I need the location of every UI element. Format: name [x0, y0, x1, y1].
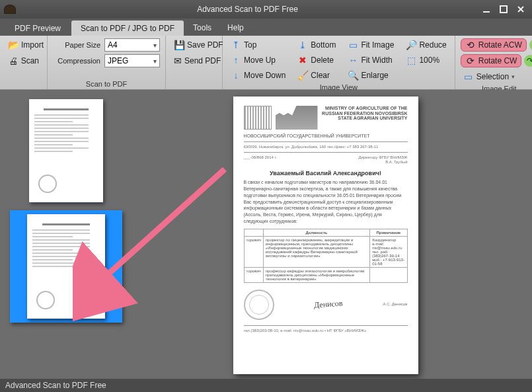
ribbon-group-io: 📂 Import 🖨 Scan — [0, 36, 48, 89]
statusbar: Advanced Scan to PDF Free — [0, 379, 532, 392]
group-label-scan: Scan to PDF — [53, 80, 160, 88]
thumbnail-2-selected[interactable] — [10, 210, 122, 323]
enlarge-label: Enlarge — [361, 71, 388, 80]
fit-image-label: Fit Image — [361, 40, 394, 50]
app-icon — [4, 5, 16, 14]
doc-salutation: Уважаемый Василий Александрович! — [244, 170, 408, 176]
tab-scan-to-pdf[interactable]: Scan to PDF / JPG to PDF — [71, 20, 184, 36]
rotate-acw-button[interactable]: ⟲ Rotate ACW — [461, 38, 527, 52]
signatory: А.С. Денисов — [383, 302, 408, 307]
th-0 — [244, 229, 263, 236]
scan-icon: 🖨 — [8, 56, 19, 66]
up-icon: ↑ — [231, 55, 241, 65]
compression-label: Compression — [53, 57, 100, 65]
clear-icon: 🧹 — [297, 70, 308, 81]
down-icon: ↓ — [231, 70, 241, 81]
clear-button[interactable]: 🧹Clear — [295, 69, 338, 82]
status-text: Advanced Scan to PDF Free — [5, 381, 106, 390]
hundred-button[interactable]: ⬚100% — [403, 54, 449, 67]
table-row: торович проректор по лицензированию, акк… — [244, 236, 407, 267]
top-button[interactable]: ⤒Top — [228, 38, 288, 52]
selection-label: Selection — [476, 72, 509, 81]
maximize-button[interactable] — [496, 4, 511, 15]
table-row: торович профессор кафедры эпизоотологии … — [244, 267, 407, 282]
chevron-down-icon: ▾ — [153, 42, 157, 49]
doc-contact: 630039, Новосибирск, ул. Добролюбова, 16… — [244, 145, 408, 149]
doc-addressee: Директору ФГБУ ВНИИЗЖ В.А. Грубый — [359, 155, 408, 165]
undo-button[interactable]: ↶ — [529, 39, 532, 51]
minimize-button[interactable] — [479, 4, 494, 15]
menu-help[interactable]: Help — [219, 20, 252, 36]
signature: Денисов — [314, 299, 343, 311]
ribbon-group-scan-settings: Paper Size A4 ▾ Compression JPEG ▾ Scan … — [48, 36, 166, 89]
hundred-icon: ⬚ — [406, 55, 416, 65]
top-label: Top — [244, 40, 256, 50]
clear-label: Clear — [311, 71, 330, 80]
ribbon-group-output: 💾 Save PDF ✉ Send PDF — [166, 36, 223, 89]
compression-combo[interactable]: JPEG ▾ — [104, 54, 160, 67]
enlarge-button[interactable]: 🔍Enlarge — [345, 69, 397, 82]
fit-image-icon: ▭ — [348, 40, 358, 50]
move-down-label: Move Down — [244, 71, 285, 80]
redo-button[interactable]: ↷ — [524, 55, 532, 67]
import-button[interactable]: 📂 Import — [5, 38, 42, 52]
th-2: Примечание — [370, 229, 407, 236]
enlarge-icon: 🔍 — [348, 70, 358, 81]
menu-tools[interactable]: Tools — [185, 20, 219, 36]
import-icon: 📂 — [8, 40, 19, 50]
send-pdf-button[interactable]: ✉ Send PDF — [171, 54, 217, 67]
fit-image-button[interactable]: ▭Fit Image — [345, 38, 397, 52]
paper-size-label: Paper Size — [53, 41, 100, 49]
thumbnail-1[interactable] — [29, 99, 103, 202]
compression-value: JPEG — [108, 56, 128, 65]
top-icon: ⤒ — [231, 40, 241, 50]
page-preview[interactable]: MINISTRY OF AGRICULTURE OF THE RUSSIAN F… — [233, 97, 418, 374]
doc-table: Должность Примечание торович проректор п… — [244, 229, 408, 283]
ribbon: 📂 Import 🖨 Scan Paper Size A4 ▾ Compress… — [0, 36, 532, 90]
move-up-label: Move Up — [244, 56, 276, 65]
reduce-button[interactable]: 🔎Reduce — [403, 38, 449, 52]
delete-button[interactable]: ✖Delete — [295, 54, 338, 67]
ribbon-group-image-edit: ⟲ Rotate ACW ↶ ⟳ Rotate CW ↷ ▭ Selection — [455, 36, 532, 89]
rotate-cw-button[interactable]: ⟳ Rotate CW — [461, 54, 522, 67]
svg-rect-0 — [483, 11, 490, 13]
svg-rect-1 — [500, 6, 507, 13]
bottom-label: Bottom — [311, 40, 336, 50]
save-pdf-label: Save PDF — [187, 40, 223, 50]
send-icon: ✉ — [174, 56, 182, 66]
titlebar: Advanced Scan to PDF Free — [0, 0, 532, 19]
reduce-icon: 🔎 — [406, 40, 416, 50]
fit-width-icon: ↔ — [348, 55, 358, 65]
rotate-acw-icon: ⟲ — [465, 40, 476, 50]
scan-label: Scan — [21, 56, 39, 65]
paper-size-combo[interactable]: A4 ▾ — [104, 38, 160, 52]
preview-pane: MINISTRY OF AGRICULTURE OF THE RUSSIAN F… — [132, 90, 532, 379]
fit-width-label: Fit Width — [361, 56, 392, 65]
scan-button[interactable]: 🖨 Scan — [5, 54, 42, 67]
building-icon — [276, 106, 318, 130]
paper-size-value: A4 — [108, 40, 118, 50]
hundred-label: 100% — [419, 56, 439, 65]
reduce-label: Reduce — [419, 40, 446, 50]
content-area: MINISTRY OF AGRICULTURE OF THE RUSSIAN F… — [0, 90, 532, 379]
close-button[interactable] — [513, 4, 528, 15]
seal-icon — [244, 290, 274, 320]
header-right: MINISTRY OF AGRICULTURE OF THE RUSSIAN F… — [322, 106, 408, 121]
bottom-icon: ⤓ — [297, 40, 308, 50]
doc-date: ___-08/868 2014 г. — [244, 155, 277, 165]
delete-icon: ✖ — [297, 55, 308, 65]
bottom-button[interactable]: ⤓Bottom — [295, 38, 338, 52]
rotate-cw-label: Rotate CW — [478, 56, 517, 65]
thumbnail-sidebar — [0, 90, 132, 379]
menubar: PDF Preview Scan to PDF / JPG to PDF Too… — [0, 19, 532, 36]
selection-button[interactable]: ▭ Selection ▾ — [461, 70, 532, 83]
move-up-button[interactable]: ↑Move Up — [228, 54, 288, 67]
tab-pdf-preview[interactable]: PDF Preview — [5, 20, 70, 36]
import-label: Import — [21, 40, 44, 50]
fit-width-button[interactable]: ↔Fit Width — [345, 54, 397, 67]
move-down-button[interactable]: ↓Move Down — [228, 69, 288, 82]
delete-label: Delete — [311, 56, 334, 65]
chevron-down-icon: ▾ — [512, 73, 515, 80]
save-pdf-button[interactable]: 💾 Save PDF — [171, 38, 217, 52]
chevron-down-icon: ▾ — [153, 58, 157, 65]
